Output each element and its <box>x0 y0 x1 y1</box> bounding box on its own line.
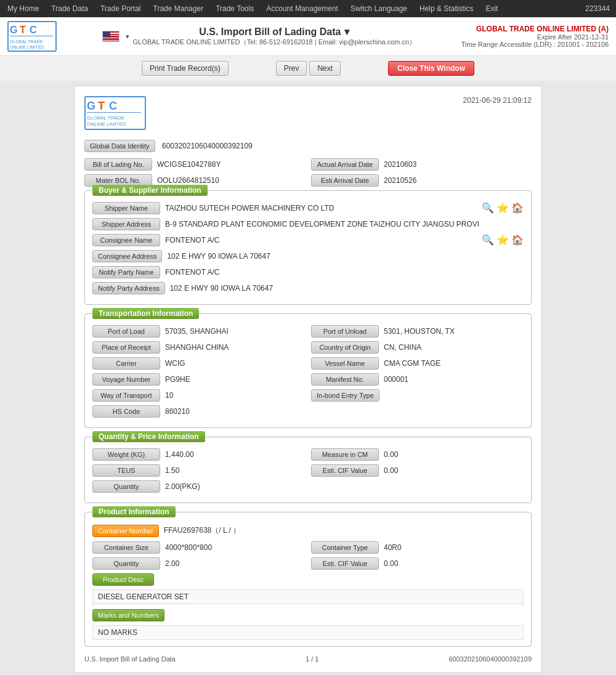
nav-trade-data[interactable]: Trade Data <box>50 4 89 13</box>
receipt-origin-row: Place of Receipt SHANGHAI CHINA Country … <box>92 341 524 354</box>
product-qty-cif-row: Quantity 2.00 Esti. CIF Value 0.00 <box>92 557 524 570</box>
port-row: Port of Load 57035, SHANGHAI Port of Unl… <box>92 325 524 338</box>
country-origin-label: Country of Origin <box>311 341 379 354</box>
header-right: GLOBAL TRADE ONLINE LIMITED (A) Expire A… <box>461 25 609 48</box>
svg-rect-4 <box>10 36 53 36</box>
product-section: Product Information Container Number FFA… <box>84 512 532 647</box>
actual-arrival-col: Actual Arrival Date 20210603 <box>311 158 532 171</box>
title-dropdown-icon[interactable]: ▾ <box>344 26 349 38</box>
svg-text:G: G <box>10 25 17 35</box>
voyage-label: Voyage Number <box>92 373 160 386</box>
product-qty-col: Quantity 2.00 <box>92 557 305 570</box>
esti-arrival-value: 20210526 <box>379 174 421 187</box>
consignee-name-value: FONTENOT A/C <box>160 234 477 246</box>
time-range: Time Range Accessible (LDR) : 201001 - 2… <box>461 41 609 48</box>
esti-arrival-col: Esti Arrival Date 20210526 <box>311 174 532 187</box>
nav-left: My Home Trade Data Trade Portal Trade Ma… <box>6 4 499 13</box>
carrier-col: Carrier WCIG <box>92 357 305 370</box>
product-title: Product Information <box>92 506 176 517</box>
footer-pagination: 1 / 1 <box>306 655 318 663</box>
port-load-col: Port of Load 57035, SHANGHAI <box>92 325 305 338</box>
nav-account-management[interactable]: Account Management <box>265 4 339 13</box>
company-name: GLOBAL TRADE ONLINE LIMITED (A) <box>461 25 609 33</box>
record-datetime: 2021-06-29 21:09:12 <box>463 96 532 105</box>
inbond-value <box>379 394 389 397</box>
nav-trade-portal[interactable]: Trade Portal <box>99 4 142 13</box>
record-footer: U.S. Import Bill of Lading Data 1 / 1 60… <box>84 655 532 663</box>
next-button-top[interactable]: Next <box>309 61 341 76</box>
quantity-section: Quantity & Price Information Weight (KG)… <box>84 437 532 503</box>
shipper-address-row: Shipper Address B-9 STANDARD PLANT ECONO… <box>92 218 524 230</box>
container-number-label: Container Number <box>92 525 159 537</box>
carrier-label: Carrier <box>92 357 160 370</box>
product-cif-label: Esti. CIF Value <box>311 557 379 570</box>
consignee-star-icon[interactable]: ⭐ <box>496 235 509 245</box>
manifest-col: Manifest No. 000001 <box>311 373 524 386</box>
bol-col: Bill of Lading No. WCIGSE1042788Y <box>84 158 305 171</box>
consignee-home-icon[interactable]: 🏠 <box>511 235 524 245</box>
star-icon[interactable]: ⭐ <box>496 203 509 213</box>
nav-trade-manager[interactable]: Trade Manager <box>152 4 205 13</box>
nav-help-statistics[interactable]: Help & Statistics <box>418 4 474 13</box>
search-icon[interactable]: 🔍 <box>482 203 494 213</box>
pagination-nav-top: Prev Next <box>276 61 341 76</box>
country-origin-value: CN, CHINA <box>379 341 426 354</box>
place-receipt-value: SHANGHAI CHINA <box>160 341 233 354</box>
vessel-value: CMA CGM TAGE <box>379 357 445 370</box>
prev-button-top[interactable]: Prev <box>276 61 307 76</box>
us-flag-icon <box>102 31 120 42</box>
global-data-identity-value: 6003202106040000392109 <box>157 140 257 152</box>
buyer-supplier-body: Shipper Name TAIZHOU SUTECH POWER MACHIN… <box>92 197 524 294</box>
shipper-name-label: Shipper Name <box>92 202 160 214</box>
weight-col: Weight (KG) 1,440.00 <box>92 448 305 461</box>
country-origin-col: Country of Origin CN, CHINA <box>311 341 524 354</box>
page-title: U.S. Import Bill of Lading Data ▾ <box>199 26 349 38</box>
home-icon[interactable]: 🏠 <box>511 203 524 213</box>
nav-exit[interactable]: Exit <box>484 4 499 13</box>
quantity-label: Quantity <box>92 480 160 493</box>
print-button-top[interactable]: Print Trade Record(s) <box>142 61 229 76</box>
expire-info: Expire After 2021-12-31 <box>461 33 609 41</box>
vessel-col: Vessel Name CMA CGM TAGE <box>311 357 524 370</box>
nav-my-home[interactable]: My Home <box>6 4 40 13</box>
nav-trade-tools[interactable]: Trade Tools <box>214 4 255 13</box>
svg-text:ONLINE LIMITED: ONLINE LIMITED <box>10 45 44 49</box>
footer-global-id: 6003202106040000392109 <box>448 655 532 663</box>
port-unload-label: Port of Unload <box>311 325 379 338</box>
product-qty-value: 2.00 <box>160 557 184 570</box>
teus-value: 1.50 <box>160 464 184 477</box>
svg-text:G: G <box>87 100 95 112</box>
way-transport-value: 10 <box>160 389 178 402</box>
header-title: U.S. Import Bill of Lading Data ▾ GLOBAL… <box>133 26 416 47</box>
port-load-label: Port of Load <box>92 325 160 338</box>
notify-party-address-label: Notify Party Address <box>92 282 165 294</box>
svg-text:C: C <box>109 100 117 112</box>
port-unload-value: 5301, HOUSTON, TX <box>379 325 460 338</box>
marks-numbers-value: NO MARKS <box>92 625 524 640</box>
carrier-value: WCIG <box>160 357 190 370</box>
actual-arrival-value: 20210603 <box>379 158 421 171</box>
nav-switch-language[interactable]: Switch Language <box>349 4 408 13</box>
shipper-action-icons: 🔍 ⭐ 🏠 <box>482 203 524 213</box>
flag-dropdown-icon[interactable]: ▾ <box>126 33 129 41</box>
teus-label: TEUS <box>92 464 160 477</box>
consignee-name-row: Consignee Name FONTENOT A/C 🔍 ⭐ 🏠 <box>92 234 524 246</box>
header-bar: G T C GLOBAL TRADE ONLINE LIMITED ▾ U.S.… <box>0 17 616 56</box>
place-receipt-col: Place of Receipt SHANGHAI CHINA <box>92 341 305 354</box>
hs-code-row: HS Code 860210 <box>92 405 524 418</box>
record-logo-svg: G T C GLOBAL TRADE ONLINE LIMITED <box>84 96 146 130</box>
product-qty-label: Quantity <box>92 557 160 570</box>
gdi-row: Global Data Identity 6003202106040000392… <box>84 140 532 152</box>
bol-value: WCIGSE1042788Y <box>152 158 225 171</box>
marks-numbers-row: Marks and Numbers <box>92 609 524 621</box>
shipper-name-row: Shipper Name TAIZHOU SUTECH POWER MACHIN… <box>92 202 524 214</box>
shipper-address-value: B-9 STANDARD PLANT ECONOMIC DEVELOPMENT … <box>160 218 524 230</box>
shipper-address-label: Shipper Address <box>92 218 160 230</box>
transportation-title: Transportation Information <box>92 308 199 319</box>
close-button-top[interactable]: Close This Window <box>388 61 474 76</box>
esti-cif-col: Esti. CIF Value 0.00 <box>311 464 524 477</box>
consignee-address-value: 102 E HWY 90 IOWA LA 70647 <box>162 250 524 262</box>
bol-label: Bill of Lading No. <box>84 158 152 171</box>
consignee-search-icon[interactable]: 🔍 <box>482 235 494 245</box>
teus-cif-row: TEUS 1.50 Esti. CIF Value 0.00 <box>92 464 524 477</box>
